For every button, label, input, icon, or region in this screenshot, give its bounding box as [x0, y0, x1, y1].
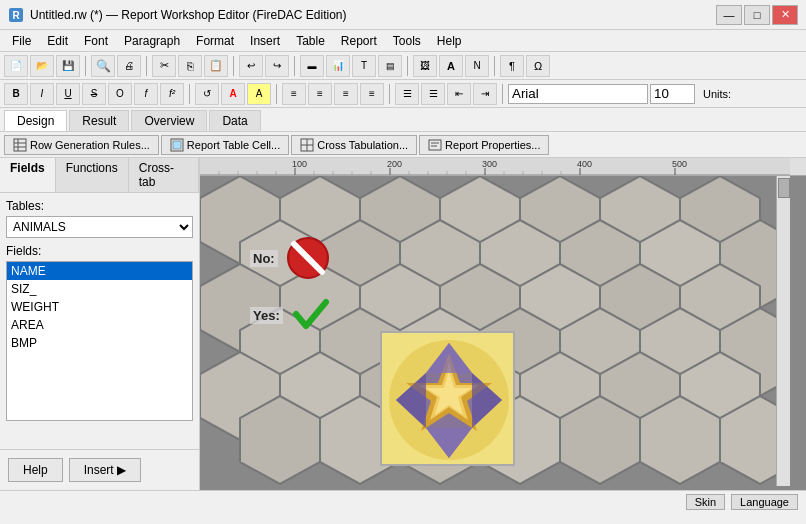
menu-format[interactable]: Format [188, 32, 242, 50]
chart-button[interactable]: 📊 [326, 55, 350, 77]
new-button[interactable]: 📄 [4, 55, 28, 77]
field-item-bmp[interactable]: BMP [7, 334, 192, 352]
svg-text:200: 200 [387, 159, 402, 169]
vertical-scrollbar[interactable] [776, 176, 790, 486]
sep4 [294, 56, 295, 76]
tab-overview[interactable]: Overview [131, 110, 207, 131]
tab-result[interactable]: Result [69, 110, 129, 131]
menu-file[interactable]: File [4, 32, 39, 50]
paste-button[interactable]: 📋 [204, 55, 228, 77]
align-justify-button[interactable]: ≡ [360, 83, 384, 105]
close-button[interactable]: ✕ [772, 5, 798, 25]
rotate-button[interactable]: ↺ [195, 83, 219, 105]
sep2 [146, 56, 147, 76]
yes-label: Yes: [250, 307, 283, 324]
field-button[interactable]: ▤ [378, 55, 402, 77]
report-props-label: Report Properties... [445, 139, 540, 151]
left-tab-functions[interactable]: Functions [56, 158, 129, 192]
field-item-siz[interactable]: SIZ_ [7, 280, 192, 298]
menu-edit[interactable]: Edit [39, 32, 76, 50]
align-left-button[interactable]: ≡ [282, 83, 306, 105]
maximize-button[interactable]: □ [744, 5, 770, 25]
table-icon [170, 138, 184, 152]
align-center-button[interactable]: ≡ [308, 83, 332, 105]
bold-main-button[interactable]: A [439, 55, 463, 77]
tables-dropdown[interactable]: ANIMALS [6, 216, 193, 238]
menu-paragraph[interactable]: Paragraph [116, 32, 188, 50]
menu-report[interactable]: Report [333, 32, 385, 50]
font-color-button[interactable]: A [221, 83, 245, 105]
sep1 [85, 56, 86, 76]
field-item-name[interactable]: NAME [7, 262, 192, 280]
scroll-thumb[interactable] [778, 178, 790, 198]
status-bar: Skin Language [0, 490, 806, 512]
left-tab-strip: Fields Functions Cross-tab [0, 158, 199, 193]
cross-tab-label: Cross Tabulation... [317, 139, 408, 151]
indent-increase-button[interactable]: ⇥ [473, 83, 497, 105]
report-props-tab[interactable]: Report Properties... [419, 135, 549, 155]
left-tab-fields[interactable]: Fields [0, 158, 56, 192]
help-button[interactable]: Help [8, 458, 63, 482]
undo-button[interactable]: ↩ [239, 55, 263, 77]
report-table-cell-tab[interactable]: Report Table Cell... [161, 135, 289, 155]
band-button[interactable]: ▬ [300, 55, 324, 77]
svg-text:500: 500 [672, 159, 687, 169]
menu-help[interactable]: Help [429, 32, 470, 50]
num-button[interactable]: N [465, 55, 489, 77]
skin-button[interactable]: Skin [686, 494, 725, 510]
yes-checkmark [291, 294, 331, 337]
outline-button[interactable]: O [108, 83, 132, 105]
cross-tab-tab[interactable]: Cross Tabulation... [291, 135, 417, 155]
toolbar-main: 📄 📂 💾 🔍 🖨 ✂ ⎘ 📋 ↩ ↪ ▬ 📊 T ▤ 🖼 A N ¶ Ω [0, 52, 806, 80]
svg-text:100: 100 [292, 159, 307, 169]
title-bar: R Untitled.rw (*) — Report Workshop Edit… [0, 0, 806, 30]
fx2-button[interactable]: f² [160, 83, 184, 105]
cut-button[interactable]: ✂ [152, 55, 176, 77]
sep3 [233, 56, 234, 76]
open-button[interactable]: 📂 [30, 55, 54, 77]
insert-button[interactable]: Insert ▶ [69, 458, 141, 482]
sep9 [389, 84, 390, 104]
list1-button[interactable]: ☰ [395, 83, 419, 105]
row-gen-tab[interactable]: Row Generation Rules... [4, 135, 159, 155]
underline-button[interactable]: U [56, 83, 80, 105]
no-section: No: [250, 236, 330, 280]
left-tab-crosstab[interactable]: Cross-tab [129, 158, 199, 192]
fx-button[interactable]: f [134, 83, 158, 105]
omega-button[interactable]: Ω [526, 55, 550, 77]
para-button[interactable]: ¶ [500, 55, 524, 77]
list2-button[interactable]: ☰ [421, 83, 445, 105]
field-item-area[interactable]: AREA [7, 316, 192, 334]
indent-decrease-button[interactable]: ⇤ [447, 83, 471, 105]
align-right-button[interactable]: ≡ [334, 83, 358, 105]
redo-button[interactable]: ↪ [265, 55, 289, 77]
font-name-input[interactable] [508, 84, 648, 104]
highlight-button[interactable]: A [247, 83, 271, 105]
menu-table[interactable]: Table [288, 32, 333, 50]
menu-font[interactable]: Font [76, 32, 116, 50]
bold-button[interactable]: B [4, 83, 28, 105]
italic-button[interactable]: I [30, 83, 54, 105]
canvas-scroll[interactable]: No: Yes: [200, 176, 806, 490]
sep5 [407, 56, 408, 76]
window-controls[interactable]: — □ ✕ [716, 5, 798, 25]
print-button[interactable]: 🖨 [117, 55, 141, 77]
insert-img-button[interactable]: 🖼 [413, 55, 437, 77]
svg-rect-11 [429, 140, 441, 150]
minimize-button[interactable]: — [716, 5, 742, 25]
language-button[interactable]: Language [731, 494, 798, 510]
yes-section: Yes: [250, 294, 331, 337]
strikethrough-button[interactable]: S [82, 83, 106, 105]
menu-insert[interactable]: Insert [242, 32, 288, 50]
save-button[interactable]: 💾 [56, 55, 80, 77]
font-size-input[interactable] [650, 84, 695, 104]
find-button[interactable]: 🔍 [91, 55, 115, 77]
text-button[interactable]: T [352, 55, 376, 77]
units-label: Units: [703, 88, 731, 100]
menu-tools[interactable]: Tools [385, 32, 429, 50]
sep10 [502, 84, 503, 104]
tab-data[interactable]: Data [209, 110, 260, 131]
tab-design[interactable]: Design [4, 110, 67, 131]
copy-button[interactable]: ⎘ [178, 55, 202, 77]
field-item-weight[interactable]: WEIGHT [7, 298, 192, 316]
